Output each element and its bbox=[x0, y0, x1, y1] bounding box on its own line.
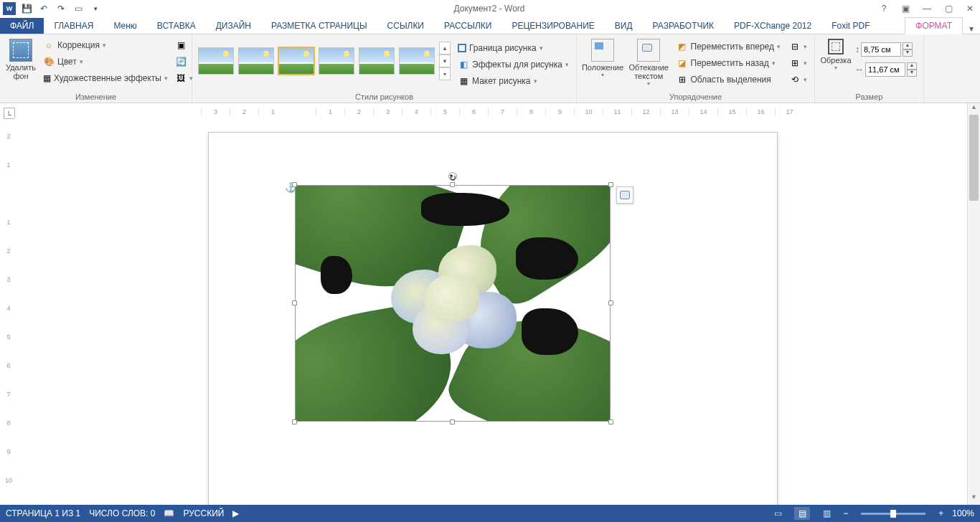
help-icon[interactable]: ? bbox=[877, 1, 891, 16]
tab-mailings[interactable]: РАССЫЛКИ bbox=[434, 18, 501, 34]
picture-effects-button[interactable]: ◧ Эффекты для рисунка▾ bbox=[455, 57, 572, 72]
ruler-horizontal[interactable]: 3211234567891011121314151617 bbox=[201, 106, 804, 118]
handle-r[interactable] bbox=[608, 300, 613, 305]
view-web-icon[interactable]: ▥ bbox=[819, 507, 834, 520]
tab-pdfxchange[interactable]: PDF-XChange 2012 bbox=[724, 18, 821, 34]
height-up-icon[interactable]: ▲ bbox=[903, 42, 913, 49]
tab-references[interactable]: ССЫЛКИ bbox=[377, 18, 434, 34]
zoom-thumb[interactable] bbox=[890, 510, 896, 518]
tab-menu[interactable]: Меню bbox=[103, 18, 146, 34]
status-language[interactable]: РУССКИЙ bbox=[183, 508, 224, 518]
picture-layout-button[interactable]: ▦ Макет рисунка▾ bbox=[455, 73, 572, 89]
redo-icon[interactable]: ↷ bbox=[55, 2, 67, 15]
qat-more-icon[interactable]: ▾ bbox=[89, 2, 102, 15]
height-down-icon[interactable]: ▼ bbox=[903, 49, 913, 57]
ruler-vertical[interactable]: 2112345678910 bbox=[3, 122, 14, 495]
text-wrap-button[interactable]: Обтекание текстом▾ bbox=[627, 37, 671, 88]
new-doc-icon[interactable]: ▭ bbox=[72, 2, 85, 15]
undo-icon[interactable]: ↶ bbox=[37, 2, 50, 15]
vertical-scrollbar[interactable]: ▲ ▼ bbox=[967, 103, 980, 505]
pic-effects-icon: ◧ bbox=[458, 59, 469, 70]
tab-insert[interactable]: ВСТАВКА bbox=[147, 18, 206, 34]
width-up-icon[interactable]: ▲ bbox=[907, 62, 917, 70]
view-print-icon[interactable]: ▤ bbox=[794, 507, 810, 520]
zoom-in-icon[interactable]: + bbox=[938, 508, 943, 518]
pic-layout-icon: ▦ bbox=[458, 75, 469, 87]
tab-page-layout[interactable]: РАЗМЕТКА СТРАНИЦЫ bbox=[261, 18, 377, 34]
handle-l[interactable] bbox=[292, 300, 297, 305]
zoom-value[interactable]: 100% bbox=[952, 508, 974, 518]
save-icon[interactable]: 💾 bbox=[20, 2, 33, 15]
height-row: ↕ 8,75 см ▲▼ bbox=[855, 42, 917, 57]
status-page[interactable]: СТРАНИЦА 1 ИЗ 1 bbox=[6, 508, 80, 518]
style-thumb-6[interactable] bbox=[399, 47, 435, 75]
maximize-icon[interactable]: ▢ bbox=[941, 1, 956, 16]
send-back-icon: ◪ bbox=[677, 57, 688, 69]
rotate-handle[interactable]: ↻ bbox=[448, 172, 457, 181]
selected-picture[interactable]: ⚓ ↻ bbox=[295, 185, 611, 422]
effects-icon: ▦ bbox=[43, 72, 51, 84]
group-arrange: Положение▾ Обтекание текстом▾ ◩ Перемест… bbox=[577, 34, 815, 103]
remove-background-button[interactable]: Удалить фон bbox=[4, 37, 37, 82]
artistic-effects-button[interactable]: ▦ Художественные эффекты▾ bbox=[40, 70, 169, 86]
crop-button[interactable]: Обрезка▾ bbox=[819, 37, 852, 72]
view-read-icon[interactable]: ▭ bbox=[770, 507, 786, 520]
document-area[interactable]: ⚓ ↻ bbox=[14, 118, 967, 505]
handle-br[interactable] bbox=[608, 419, 613, 424]
style-thumb-1[interactable] bbox=[198, 47, 234, 75]
position-button[interactable]: Положение▾ bbox=[581, 37, 624, 80]
picture-border-button[interactable]: Граница рисунка▾ bbox=[455, 40, 572, 56]
group-label-edit: Изменение bbox=[4, 92, 187, 103]
tab-home[interactable]: ГЛАВНАЯ bbox=[44, 18, 103, 34]
handle-tl[interactable] bbox=[292, 182, 297, 187]
gallery-more-icon[interactable]: ▾ bbox=[439, 67, 451, 80]
corrections-button[interactable]: ☼ Коррекция▾ bbox=[40, 37, 169, 53]
tab-file[interactable]: ФАЙЛ bbox=[0, 18, 44, 34]
ribbon-options-icon[interactable]: ▣ bbox=[898, 1, 913, 16]
align-button[interactable]: ⊟▾ bbox=[786, 39, 810, 54]
layout-options-icon bbox=[620, 191, 630, 199]
style-thumb-4[interactable] bbox=[319, 47, 354, 75]
handle-t[interactable] bbox=[450, 182, 455, 187]
status-words[interactable]: ЧИСЛО СЛОВ: 0 bbox=[89, 508, 155, 518]
zoom-out-icon[interactable]: − bbox=[843, 508, 848, 518]
gallery-up-icon[interactable]: ▲ bbox=[439, 42, 451, 54]
height-input[interactable]: 8,75 см bbox=[861, 42, 901, 57]
bring-forward-button[interactable]: ◩ Переместить вперед▾ bbox=[674, 39, 783, 54]
tabs-overflow-icon[interactable]: ▾ bbox=[963, 24, 980, 34]
tab-foxit[interactable]: Foxit PDF bbox=[821, 18, 880, 34]
handle-tr[interactable] bbox=[608, 182, 613, 187]
gallery-down-icon[interactable]: ▼ bbox=[439, 54, 451, 67]
status-macro-icon[interactable]: ▶ bbox=[232, 508, 239, 518]
width-down-icon[interactable]: ▼ bbox=[907, 70, 917, 77]
tab-developer[interactable]: РАЗРАБОТЧИК bbox=[643, 18, 725, 34]
tab-format[interactable]: ФОРМАТ bbox=[905, 17, 963, 34]
layout-options-button[interactable] bbox=[616, 186, 633, 204]
selection-pane-button[interactable]: ⊞ Область выделения bbox=[674, 72, 783, 87]
zoom-slider[interactable] bbox=[861, 513, 925, 515]
scroll-thumb[interactable] bbox=[969, 115, 979, 201]
compress-icon: ▣ bbox=[175, 39, 187, 51]
handle-b[interactable] bbox=[450, 419, 455, 424]
status-proofing-icon[interactable]: 📖 bbox=[164, 508, 174, 518]
group-objects-button[interactable]: ⊞▾ bbox=[786, 55, 810, 71]
close-icon[interactable]: ✕ bbox=[963, 1, 977, 16]
style-thumb-2[interactable] bbox=[238, 47, 274, 75]
minimize-icon[interactable]: — bbox=[920, 1, 934, 16]
send-backward-button[interactable]: ◪ Переместить назад▾ bbox=[674, 55, 783, 71]
style-thumb-3[interactable] bbox=[278, 47, 314, 75]
width-input[interactable]: 11,67 см bbox=[865, 62, 905, 77]
tab-view[interactable]: ВИД bbox=[605, 18, 643, 34]
tab-selector[interactable]: ˪ bbox=[4, 108, 15, 119]
change-pic-icon: 🔄 bbox=[175, 56, 187, 67]
styles-gallery: ▲ ▼ ▾ bbox=[197, 37, 452, 85]
ribbon-tabs: ФАЙЛ ГЛАВНАЯ Меню ВСТАВКА ДИЗАЙН РАЗМЕТК… bbox=[0, 17, 980, 34]
tab-review[interactable]: РЕЦЕНЗИРОВАНИЕ bbox=[501, 18, 604, 34]
rotate-button[interactable]: ⟲▾ bbox=[786, 72, 810, 87]
scroll-down-icon[interactable]: ▼ bbox=[968, 493, 980, 505]
scroll-up-icon[interactable]: ▲ bbox=[968, 103, 980, 115]
color-button[interactable]: 🎨 Цвет▾ bbox=[40, 54, 169, 70]
handle-bl[interactable] bbox=[292, 419, 297, 424]
style-thumb-5[interactable] bbox=[359, 47, 395, 75]
tab-design[interactable]: ДИЗАЙН bbox=[206, 18, 261, 34]
